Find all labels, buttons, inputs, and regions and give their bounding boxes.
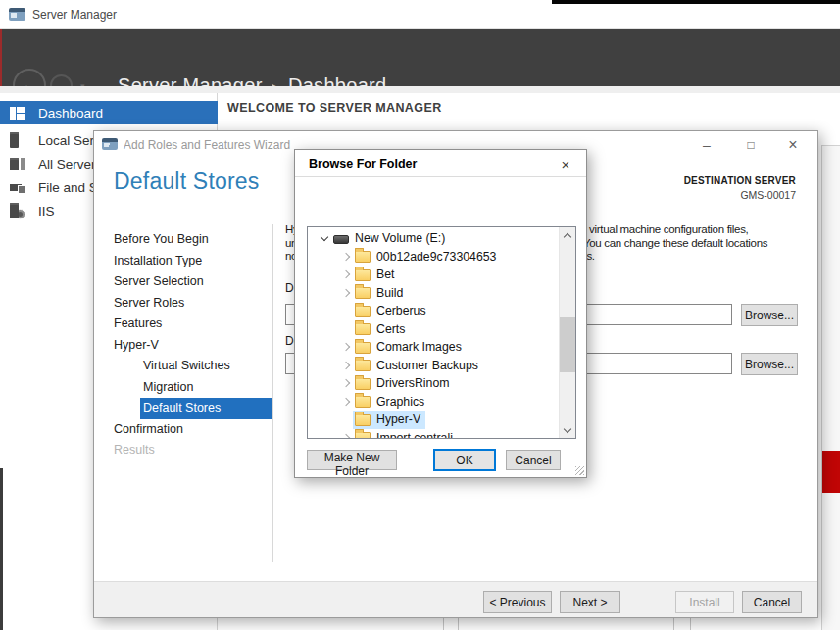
desktop-edge xyxy=(0,468,3,630)
tree-item-label: DriversRinom xyxy=(376,376,449,390)
window-title: Server Manager xyxy=(32,8,117,22)
expand-chevron-icon[interactable] xyxy=(339,357,353,374)
tree-item-body[interactable]: Certs xyxy=(353,320,410,339)
tree-item-label: Graphics xyxy=(376,395,424,409)
background-window-edge xyxy=(552,0,840,4)
divider xyxy=(443,618,444,630)
vhd-browse-button[interactable]: Browse... xyxy=(741,304,798,326)
servers-icon xyxy=(10,158,29,170)
dashboard-grid-icon xyxy=(10,107,29,120)
tree-item-body[interactable]: Bet xyxy=(353,266,399,284)
tree-item-body[interactable]: Build xyxy=(353,284,408,303)
folder-icon xyxy=(355,251,371,263)
wizard-title: Add Roles and Features Wizard xyxy=(124,138,290,152)
wizard-footer: < Previous Next > Install Cancel xyxy=(94,581,817,617)
make-new-folder-button[interactable]: Make New Folder xyxy=(307,450,397,470)
wizard-nav-item[interactable]: Before You Begin xyxy=(94,229,272,251)
scroll-down-icon[interactable] xyxy=(560,421,576,438)
dialog-cancel-button[interactable]: Cancel xyxy=(506,450,561,470)
folder-icon xyxy=(355,287,371,299)
folder-icon xyxy=(355,432,371,439)
tree-item[interactable]: 00b12ade9c73304653 xyxy=(308,248,559,267)
expand-chevron-icon[interactable] xyxy=(339,248,353,266)
tree-item[interactable]: Certs xyxy=(308,320,559,339)
wizard-nav-item[interactable]: Hyper-V xyxy=(94,335,272,357)
server-icon xyxy=(10,132,29,148)
folder-icon xyxy=(355,360,371,371)
divider xyxy=(458,618,459,630)
welcome-heading: WELCOME TO SERVER MANAGER xyxy=(227,101,442,115)
tree-item[interactable]: Import centrali xyxy=(308,429,559,440)
install-button[interactable]: Install xyxy=(675,591,734,613)
folder-tree: New Volume (E:) 00b12ade9c73304653 Bet xyxy=(307,226,576,439)
tree-item[interactable]: Build xyxy=(308,284,559,303)
tree-item[interactable]: New Volume (E:) xyxy=(308,229,559,248)
wizard-icon xyxy=(102,138,118,150)
ok-button[interactable]: OK xyxy=(433,449,496,471)
resize-grip[interactable] xyxy=(575,466,584,475)
destination-server-value: GMS-00017 xyxy=(684,189,796,201)
tree-item-body[interactable]: Customer Backups xyxy=(353,357,483,375)
tree-item[interactable]: Bet xyxy=(308,266,559,284)
expand-chevron-icon[interactable] xyxy=(339,374,353,392)
divider xyxy=(272,224,273,562)
tree-item-label: Hyper-V xyxy=(376,412,420,426)
next-button[interactable]: Next > xyxy=(560,591,620,613)
window-titlebar[interactable]: Server Manager xyxy=(0,0,840,29)
folder-icon xyxy=(355,306,371,317)
wizard-nav-item[interactable]: Server Roles xyxy=(94,293,272,315)
tree-item[interactable]: DriversRinom xyxy=(308,374,559,393)
wizard-nav-item[interactable]: Installation Type xyxy=(94,251,272,272)
wizard-nav-item[interactable]: Migration xyxy=(94,377,272,399)
tree-item[interactable]: Customer Backups xyxy=(308,357,559,375)
sidebar-item-dashboard[interactable]: Dashboard xyxy=(0,101,218,124)
expand-chevron-icon[interactable] xyxy=(339,338,353,356)
wizard-nav: Before You BeginInstallation TypeServer … xyxy=(94,229,272,461)
tree-item-body[interactable]: Cerberus xyxy=(353,302,431,320)
tree-item-body[interactable]: New Volume (E:) xyxy=(331,229,450,248)
folder-icon xyxy=(355,378,371,390)
tree-item-body[interactable]: Comark Images xyxy=(353,338,467,357)
scroll-up-icon[interactable] xyxy=(560,227,576,244)
tree-item-label: Build xyxy=(376,286,403,300)
dialog-titlebar[interactable]: Browse For Folder × xyxy=(295,150,586,177)
wizard-nav-item[interactable]: Server Selection xyxy=(94,271,272,293)
vm-config-browse-button[interactable]: Browse... xyxy=(741,353,798,375)
tree-scrollbar[interactable] xyxy=(559,227,575,438)
tree-item-body[interactable]: 00b12ade9c73304653 xyxy=(353,248,501,267)
tree-item[interactable]: Comark Images xyxy=(308,338,559,357)
wizard-nav-item[interactable]: Virtual Switches xyxy=(94,356,272,377)
tree-item-body[interactable]: Hyper-V xyxy=(353,411,425,429)
expand-chevron-icon[interactable] xyxy=(339,284,353,302)
scrollbar-thumb[interactable] xyxy=(560,317,576,372)
tree-item-label: Customer Backups xyxy=(376,359,478,372)
tree-item-body[interactable]: DriversRinom xyxy=(353,374,454,393)
maximize-button[interactable]: □ xyxy=(734,134,767,156)
minimize-button[interactable]: – xyxy=(690,134,723,156)
expand-chevron-icon[interactable] xyxy=(318,229,331,247)
tree-item-label: Cerberus xyxy=(376,304,426,317)
wizard-nav-item[interactable]: Confirmation xyxy=(94,419,272,441)
previous-button[interactable]: < Previous xyxy=(483,591,552,613)
tree-item-body[interactable]: Graphics xyxy=(353,393,429,412)
expand-chevron-icon[interactable] xyxy=(339,429,353,439)
server-manager-screen: Server Manager ← → ▾ Server Manager▸Dash… xyxy=(0,0,840,630)
tree-item[interactable]: Hyper-V xyxy=(308,411,559,429)
alert-status-block xyxy=(822,451,840,493)
expand-chevron-icon[interactable] xyxy=(339,393,353,411)
tree-item[interactable]: Cerberus xyxy=(308,302,559,320)
cancel-button[interactable]: Cancel xyxy=(742,591,802,613)
wizard-nav-item[interactable]: Results xyxy=(94,440,272,461)
tree-item-label: Bet xyxy=(376,267,394,281)
expand-chevron-icon[interactable] xyxy=(339,266,353,283)
divider xyxy=(673,618,674,630)
close-button[interactable]: × xyxy=(776,134,810,156)
folder-icon xyxy=(355,323,371,335)
tree-item[interactable]: Graphics xyxy=(308,393,559,412)
tree-item-label: 00b12ade9c73304653 xyxy=(376,250,496,264)
wizard-nav-item[interactable]: Default Stores xyxy=(140,398,272,419)
wizard-nav-item[interactable]: Features xyxy=(94,314,272,335)
dialog-close-button[interactable]: × xyxy=(552,154,579,173)
server-manager-header: ← → ▾ Server Manager▸Dashboard xyxy=(0,29,840,86)
tree-item-body[interactable]: Import centrali xyxy=(353,429,458,440)
